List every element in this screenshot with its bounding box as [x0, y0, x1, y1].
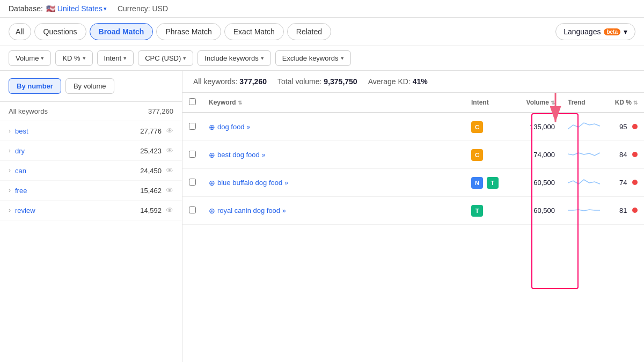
intent-badge-c: C — [471, 121, 483, 133]
eye-icon[interactable]: 👁 — [166, 127, 173, 135]
expand-keyword-icon[interactable]: » — [247, 123, 251, 131]
filter-exclude[interactable]: Exclude keywords ▾ — [275, 50, 351, 66]
view-by-volume-btn[interactable]: By volume — [65, 78, 114, 94]
tab-exact-match[interactable]: Exact Match — [224, 23, 284, 40]
expand-keyword-icon[interactable]: » — [282, 207, 286, 215]
tab-phrase-match[interactable]: Phrase Match — [156, 23, 221, 40]
db-link[interactable]: United States — [57, 4, 103, 13]
intent-cell: C — [465, 113, 513, 141]
tab-related[interactable]: Related — [287, 23, 331, 40]
row-checkbox[interactable] — [189, 179, 196, 186]
add-keyword-icon[interactable]: ⊕ — [209, 179, 215, 187]
sidebar-count: 25,423 — [140, 147, 162, 155]
keyword-link[interactable]: ⊕ blue buffalo dog food » — [209, 179, 458, 187]
add-keyword-icon[interactable]: ⊕ — [209, 151, 215, 159]
table-row: ⊕ royal canin dog food » T 60,500 — [182, 197, 644, 225]
filter-exclude-label: Exclude keywords — [282, 54, 339, 62]
filter-intent[interactable]: Intent ▾ — [97, 50, 134, 66]
row-checkbox[interactable] — [189, 123, 196, 130]
tab-all[interactable]: All — [9, 23, 31, 40]
kd-col-label: KD % — [615, 99, 632, 106]
trend-sparkline — [568, 120, 600, 132]
languages-label: Languages — [564, 27, 601, 36]
tab-broad-match[interactable]: Broad Match — [90, 23, 153, 40]
table-wrapper: Keyword ⇅ Intent Volume ⇅ — [182, 93, 644, 225]
languages-chevron-icon: ▾ — [624, 27, 627, 36]
filter-volume[interactable]: Volume ▾ — [9, 50, 51, 66]
table-row: ⊕ best dog food » C 74,000 — [182, 141, 644, 169]
keyword-text: best dog food — [217, 151, 260, 159]
row-checkbox-cell — [182, 141, 202, 169]
filter-kd-chevron-icon: ▾ — [83, 55, 86, 62]
trend-cell — [561, 169, 606, 197]
keyword-link[interactable]: ⊕ dog food » — [209, 123, 458, 131]
filter-intent-chevron-icon: ▾ — [123, 55, 127, 62]
table-area: All keywords: 377,260 Total volume: 9,37… — [182, 71, 644, 362]
sidebar-keyword: dry — [15, 147, 140, 155]
keyword-link[interactable]: ⊕ royal canin dog food » — [209, 206, 458, 215]
intent-badge-t: T — [487, 177, 499, 189]
filter-kd-label: KD % — [62, 54, 80, 62]
th-keyword: Keyword ⇅ — [202, 93, 465, 113]
tab-questions[interactable]: Questions — [34, 23, 86, 40]
sidebar-item[interactable]: › best 27,776 👁 — [0, 121, 182, 141]
keyword-link[interactable]: ⊕ best dog food » — [209, 151, 458, 159]
eye-icon[interactable]: 👁 — [166, 206, 173, 215]
eye-icon[interactable]: 👁 — [166, 186, 173, 195]
currency-label: Currency: USD — [118, 4, 168, 13]
row-checkbox-cell — [182, 169, 202, 197]
filter-intent-label: Intent — [104, 54, 122, 62]
add-keyword-icon[interactable]: ⊕ — [209, 206, 215, 215]
sidebar-count: 24,450 — [140, 167, 162, 175]
filter-cpc[interactable]: CPC (USD) ▾ — [138, 50, 193, 66]
row-checkbox-cell — [182, 197, 202, 225]
chevron-right-icon: › — [9, 206, 11, 214]
volume-cell: 60,500 — [513, 197, 561, 225]
filter-include-label: Include keywords — [204, 54, 258, 62]
th-volume: Volume ⇅ — [513, 93, 561, 113]
volume-cell: 74,000 — [513, 141, 561, 169]
row-checkbox[interactable] — [189, 206, 196, 213]
sidebar-item[interactable]: › dry 25,423 👁 — [0, 141, 182, 161]
db-chevron-icon[interactable]: ▾ — [104, 5, 107, 12]
total-volume-label: Total volume: 9,375,750 — [277, 77, 357, 86]
row-checkbox-cell — [182, 113, 202, 141]
th-kd: KD % ⇅ — [606, 93, 644, 113]
table-row: ⊕ blue buffalo dog food » N T 60,500 — [182, 169, 644, 197]
sidebar-keyword: best — [15, 127, 140, 135]
row-checkbox[interactable] — [189, 151, 196, 158]
view-by-number-btn[interactable]: By number — [9, 78, 61, 94]
trend-col-label: Trend — [568, 99, 586, 106]
keyword-sort-icon[interactable]: ⇅ — [238, 100, 242, 106]
sidebar-item[interactable]: › can 24,450 👁 — [0, 161, 182, 181]
tabs-row: All Questions Broad Match Phrase Match E… — [0, 18, 644, 46]
kd-cell: 81 — [606, 197, 644, 225]
filter-exclude-chevron-icon: ▾ — [341, 55, 344, 62]
volume-cell: 135,000 — [513, 113, 561, 141]
select-all-checkbox[interactable] — [189, 98, 196, 105]
keyword-cell: ⊕ dog food » — [202, 113, 465, 141]
languages-dropdown[interactable]: Languages beta ▾ — [555, 23, 635, 40]
keyword-text: royal canin dog food — [217, 206, 280, 215]
filter-kd[interactable]: KD % ▾ — [55, 50, 92, 66]
expand-keyword-icon[interactable]: » — [262, 151, 266, 159]
intent-cell: N T — [465, 169, 513, 197]
kd-sort-icon[interactable]: ⇅ — [633, 100, 638, 106]
sidebar-item[interactable]: › free 15,462 👁 — [0, 181, 182, 201]
sidebar-item[interactable]: › review 14,592 👁 — [0, 201, 182, 220]
trend-sparkline — [568, 147, 600, 160]
main-content: By number By volume All keywords 377,260… — [0, 71, 644, 362]
sidebar-subheader: All keywords 377,260 — [0, 102, 182, 121]
add-keyword-icon[interactable]: ⊕ — [209, 123, 215, 131]
db-label: Database: — [9, 4, 43, 13]
eye-icon[interactable]: 👁 — [166, 166, 173, 175]
filter-cpc-chevron-icon: ▾ — [183, 55, 186, 62]
expand-keyword-icon[interactable]: » — [284, 179, 288, 187]
filter-include[interactable]: Include keywords ▾ — [197, 50, 270, 66]
keyword-cell: ⊕ blue buffalo dog food » — [202, 169, 465, 197]
all-keywords-label: All keywords: 377,260 — [193, 77, 267, 86]
kd-dot-icon — [632, 124, 638, 129]
volume-sort-icon[interactable]: ⇅ — [551, 100, 555, 106]
trend-cell — [561, 113, 606, 141]
eye-icon[interactable]: 👁 — [166, 146, 173, 155]
